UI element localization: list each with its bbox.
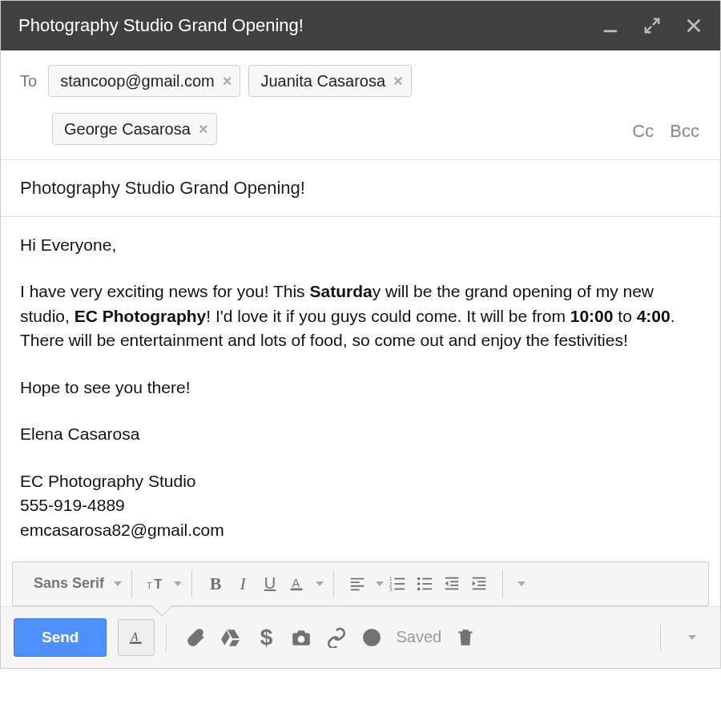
svg-point-28 [369,635,370,637]
formatting-toggle-button[interactable]: A [118,619,155,656]
insert-photo-button[interactable] [284,619,319,656]
indent-less-button[interactable] [438,568,465,600]
svg-rect-14 [422,578,432,580]
subject-text: Photography Studio Grand Opening! [20,178,305,198]
insert-link-button[interactable] [319,619,354,656]
chevron-down-icon[interactable] [376,581,384,586]
window-title: Photography Studio Grand Opening! [18,15,578,36]
body-greeting: Hi Everyone, [20,233,701,257]
bulleted-list-button[interactable] [411,568,438,600]
chevron-down-icon[interactable] [114,581,122,586]
svg-rect-16 [422,588,432,589]
recipients-section[interactable]: To stancoop@gmail.com × Juanita Casarosa… [1,50,720,160]
chip-remove-icon[interactable]: × [223,72,232,90]
svg-text:A: A [131,630,139,643]
svg-rect-15 [422,583,432,585]
recipient-chip[interactable]: stancoop@gmail.com × [48,65,240,97]
svg-text:T: T [154,576,162,590]
body-paragraph: I have very exciting news for you! This … [20,280,701,352]
insert-money-button[interactable]: $ [248,619,284,656]
numbered-list-button[interactable]: 123 [384,568,411,600]
saved-status: Saved [396,628,441,646]
chevron-down-icon[interactable] [174,581,182,586]
subject-field[interactable]: Photography Studio Grand Opening! [1,160,720,217]
svg-text:T: T [147,580,152,589]
cc-button[interactable]: Cc [632,121,654,141]
signature-business: EC Photography Studio [20,469,701,493]
svg-rect-10 [394,588,405,589]
bottom-toolbar: Send A $ Saved [1,606,720,668]
svg-text:A: A [292,577,300,589]
attach-file-button[interactable] [178,619,213,656]
formatting-toolbar: Sans Serif TT B I U A [12,561,709,606]
more-options-button[interactable] [672,619,707,656]
svg-point-13 [417,588,421,591]
chevron-down-icon[interactable] [316,581,324,586]
signature-name: Elena Casarosa [20,422,701,446]
minimize-button[interactable] [602,17,619,34]
send-button[interactable]: Send [14,618,107,657]
align-button[interactable] [344,568,371,600]
italic-button[interactable]: I [229,568,256,600]
text-color-button[interactable]: A [284,568,311,600]
chevron-down-icon [688,635,696,640]
svg-point-11 [417,577,421,581]
signature-phone: 555-919-4889 [20,493,701,517]
fullscreen-button[interactable] [643,17,661,34]
svg-text:3: 3 [389,586,393,592]
bcc-button[interactable]: Bcc [670,121,699,141]
svg-rect-23 [477,585,485,586]
svg-rect-18 [450,581,458,582]
recipient-chip[interactable]: Juanita Casarosa × [248,65,411,97]
chip-label: George Casarosa [64,120,191,139]
svg-rect-8 [394,578,405,580]
svg-point-29 [374,635,376,637]
chip-label: Juanita Casarosa [260,72,385,90]
svg-rect-9 [394,583,405,585]
chip-label: stancoop@gmail.com [60,72,215,90]
svg-point-12 [417,582,421,585]
svg-rect-22 [477,581,485,582]
svg-point-27 [365,629,381,646]
message-body[interactable]: Hi Everyone, I have very exciting news f… [1,217,720,561]
close-button[interactable] [685,17,703,34]
insert-drive-button[interactable] [213,619,248,656]
chip-remove-icon[interactable]: × [393,72,403,90]
svg-rect-24 [473,588,486,589]
formatting-toolbar-container: Sans Serif TT B I U A [1,561,720,606]
svg-rect-20 [445,588,459,589]
indent-more-button[interactable] [465,568,493,600]
to-label: To [20,65,37,97]
cc-bcc-controls: Cc Bcc [621,121,699,142]
chip-remove-icon[interactable]: × [199,120,208,139]
bold-button[interactable]: B [202,568,229,600]
font-family-selector[interactable]: Sans Serif [26,575,109,592]
svg-rect-0 [604,30,618,33]
body-closing: Hope to see you there! [20,376,701,400]
recipient-chip[interactable]: George Casarosa × [52,113,217,145]
svg-rect-19 [450,585,458,586]
insert-emoji-button[interactable] [354,619,389,656]
compose-window: Photography Studio Grand Opening! To sta… [0,0,721,669]
discard-draft-button[interactable] [448,619,483,656]
font-size-button[interactable]: TT [142,568,169,600]
svg-rect-21 [473,577,486,579]
svg-rect-26 [130,642,142,643]
more-formatting-button[interactable] [518,581,526,586]
title-bar: Photography Studio Grand Opening! [1,1,720,50]
signature-email: emcasarosa82@gmail.com [20,518,701,542]
svg-rect-17 [445,577,459,579]
underline-button[interactable]: U [256,568,284,600]
svg-rect-4 [291,588,303,590]
